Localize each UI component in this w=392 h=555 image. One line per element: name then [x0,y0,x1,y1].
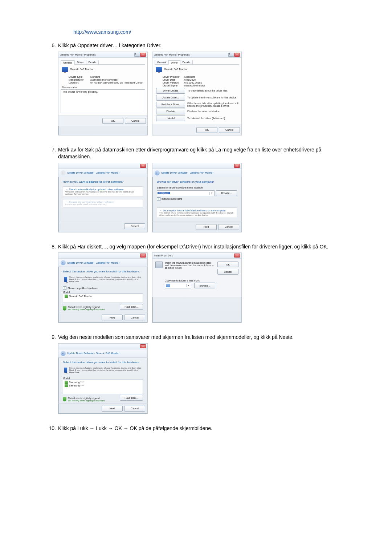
install-from-disk-text: Insert the manufacturer's installation d… [165,262,215,269]
device-status-box: This device is working properly. [61,89,145,113]
ok-button[interactable]: OK [217,262,238,267]
back-button[interactable]: ← [61,260,66,265]
cancel-button[interactable]: Cancel [124,223,145,229]
back-button[interactable]: ← [155,170,160,175]
step-6-text: Klikk på Oppdater driver… i kategorien D… [58,42,345,49]
next-button[interactable]: Next [102,406,123,412]
location-combo[interactable]: D:\Driver ▾ [157,190,215,196]
cancel-button[interactable]: Cancel [125,118,146,124]
signed-text: This driver is digitally signed. [68,306,105,308]
step-8-text: Klikk på Har diskett…, og velg mappen (f… [58,243,345,251]
option-let-me-pick[interactable]: →Let me pick from a list of device drive… [157,207,237,218]
cancel-button[interactable]: Cancel [124,406,145,412]
close-button[interactable]: × [140,53,146,57]
tab-driver[interactable]: Driver [168,60,180,65]
signed-icon [65,381,68,384]
monitor-icon [64,368,67,373]
step-9: 9. Velg den neste modellen som samsvarer… [47,334,345,341]
monitor-icon [156,67,162,72]
list-item[interactable]: Samsung **** [65,384,141,387]
browse-button[interactable]: Browse... [194,283,215,288]
close-button[interactable]: × [234,164,240,168]
step-6-screenshots: Generic PnP Monitor Properties ? × Gener… [58,52,345,135]
checkbox-icon: ✓ [157,197,160,201]
disable-button[interactable]: Disable [156,109,185,114]
location-value: D:\Driver [158,192,170,194]
tab-general[interactable]: General [61,60,75,65]
close-button[interactable]: × [234,254,240,258]
step-8: 8. Klikk på Har diskett…, og velg mappen… [47,243,345,251]
chevron-down-icon[interactable]: ▾ [209,192,214,195]
help-button[interactable]: ? [228,53,234,57]
wizard-heading: Select the device driver you want to ins… [63,361,143,364]
show-compatible-checkbox[interactable]: ✓ Show compatible hardware [63,286,143,290]
option-browse-computer[interactable]: →Browse my computer for driver software … [63,199,143,207]
signing-info-link[interactable]: Tell me why driver signing is important [68,400,105,402]
update-driver-browse-dialog: × ← Update Driver Software - Generic PnP… [152,163,242,232]
dialog-title: Generic PnP Monitor Properties [60,53,96,56]
copy-from-label: Copy manufacturer's files from: [165,279,215,282]
properties-general-dialog: Generic PnP Monitor Properties ? × Gener… [58,52,148,135]
have-disk-button[interactable]: Have Disk... [120,304,143,310]
close-button[interactable]: × [140,164,146,168]
monitor-icon [62,67,68,72]
option-search-auto[interactable]: →Search automatically for updated driver… [63,186,143,197]
cancel-button[interactable]: Cancel [219,127,240,133]
cancel-button[interactable]: Cancel [217,269,238,275]
step-6: 6. Klikk på Oppdater driver… i kategorie… [47,42,345,49]
cancel-button[interactable]: Cancel [124,315,145,320]
drive-icon [166,284,170,287]
wizard-title: Update Driver Software - Generic PnP Mon… [67,171,119,174]
step-7-text: Merk av for Søk på datamaskinen etter dr… [58,146,345,161]
list-item[interactable]: Generic PnP Monitor [65,295,141,298]
roll-back-driver-button[interactable]: Roll Back Driver [156,102,185,108]
cancel-button[interactable]: Cancel [218,224,239,230]
tab-general[interactable]: General [155,60,169,64]
step-9-screenshots: × ← Update Driver Software - Generic PnP… [58,343,345,414]
step-10-text: Klikk på Lukk → Lukk → OK → OK på de påf… [58,425,345,432]
install-from-disk-dialog: Install From Disk × Insert the manufactu… [152,252,242,323]
close-button[interactable]: × [140,254,146,258]
include-subfolders-checkbox[interactable]: ✓ Include subfolders [157,197,237,201]
step-9-text: Velg den neste modellen som samsvarer me… [58,334,345,341]
driver-details-button[interactable]: Driver Details [156,88,185,94]
monitor-icon [64,277,67,282]
ok-button[interactable]: OK [102,118,123,124]
signed-text: This driver is digitally signed. [68,397,105,400]
tab-driver[interactable]: Driver [74,60,86,64]
select-driver-dialog: × ← Update Driver Software - Generic PnP… [58,252,148,323]
back-button[interactable]: ← [61,351,66,356]
model-label: Model [63,291,143,293]
update-driver-button[interactable]: Update Driver... [156,95,185,101]
search-location-label: Search for driver software in this locat… [157,186,237,189]
model-list[interactable]: Samsung **** Samsung **** [63,380,143,394]
shield-icon [63,306,66,311]
copy-from-combo[interactable]: ▾ [165,283,191,288]
dialog-title: Generic PnP Monitor Properties [154,53,190,56]
help-button[interactable]: ? [134,53,140,57]
disk-icon [155,262,163,268]
checkbox-icon: ✓ [63,286,66,290]
uninstall-button[interactable]: Uninstall [156,116,185,121]
signing-info-link[interactable]: Tell me why driver signing is important [68,308,105,311]
tab-details[interactable]: Details [180,60,193,64]
close-button[interactable]: × [234,53,240,57]
titlebar: Generic PnP Monitor Properties ?× [152,52,241,58]
samsung-url[interactable]: http://www.samsung.com/ [73,29,345,35]
have-disk-button[interactable]: Have Disk... [120,395,143,401]
select-model-dialog: × ← Update Driver Software - Generic PnP… [58,343,148,414]
signed-icon [65,295,68,298]
back-button: ← [61,170,66,175]
ok-button[interactable]: OK [196,127,217,133]
close-button[interactable]: × [140,344,146,348]
browse-button[interactable]: Browse... [216,190,237,196]
tab-details[interactable]: Details [86,60,99,64]
model-list[interactable]: Generic PnP Monitor [63,293,143,303]
next-button[interactable]: Next [102,315,123,320]
list-item[interactable]: Samsung **** [65,381,141,384]
next-button[interactable]: Next [196,224,217,230]
step-10: 10. Klikk på Lukk → Lukk → OK → OK på de… [47,425,345,432]
wizard-heading: How do you want to search for driver sof… [63,180,143,183]
chevron-down-icon[interactable]: ▾ [186,284,191,287]
step-7: 7. Merk av for Søk på datamaskinen etter… [47,146,345,161]
